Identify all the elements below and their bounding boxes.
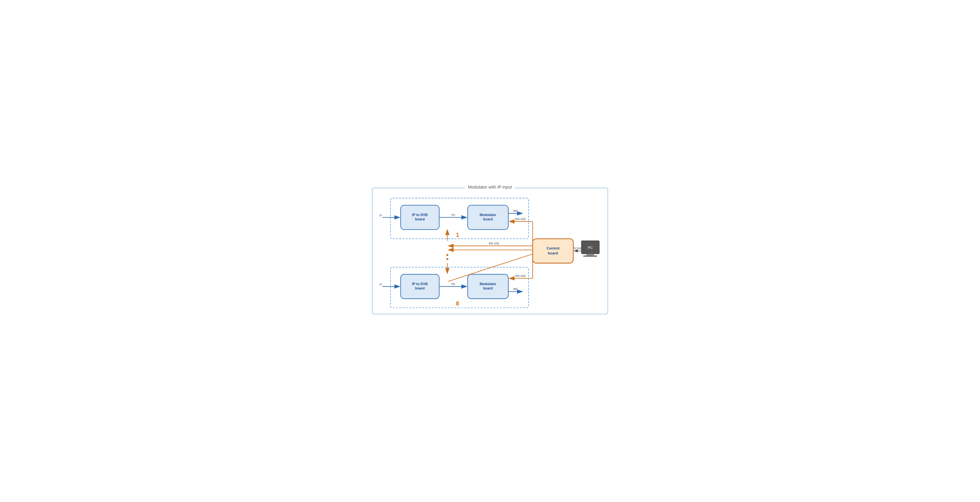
tcp-ip-label: TCP/IP	[574, 247, 583, 250]
dot2	[446, 258, 448, 260]
svg-text:board: board	[548, 251, 558, 255]
rs232-label-mid: RS-232	[489, 242, 499, 245]
svg-text:Modulator: Modulator	[480, 213, 496, 217]
rs232-label-bottom: RS-232	[515, 274, 526, 278]
diagram-wrapper: Modulator with IP input 1 8 IP to DVB bo…	[372, 188, 608, 314]
outer-box: Modulator with IP input 1 8 IP to DVB bo…	[372, 188, 608, 314]
row1-number: 1	[456, 232, 459, 238]
ts-label-bottom: TS	[451, 282, 455, 286]
pc-label: PC	[588, 245, 593, 250]
svg-text:board: board	[483, 287, 493, 290]
svg-text:Control: Control	[546, 246, 560, 250]
ip-label-top: IP	[379, 214, 382, 217]
svg-text:IP to DVB: IP to DVB	[412, 282, 428, 286]
svg-text:IP to DVB: IP to DVB	[412, 213, 428, 217]
svg-text:board: board	[483, 217, 493, 222]
row2-number: 8	[456, 300, 459, 307]
dot1	[446, 254, 448, 256]
ts-label-top: TS	[451, 213, 455, 217]
svg-text:board: board	[415, 287, 425, 290]
diagram-svg: 1 8 IP to DVB board Modulator board IP t…	[378, 194, 602, 308]
pc-stand	[586, 254, 594, 255]
svg-text:Modulator: Modulator	[480, 282, 496, 286]
pc-base	[583, 255, 597, 257]
rf-label-top: RF	[514, 209, 517, 212]
rf-label-bottom: RF	[514, 287, 517, 291]
ip-label-bottom: IP	[379, 283, 382, 286]
diagram-title: Modulator with IP input	[465, 185, 515, 190]
svg-text:board: board	[415, 217, 425, 222]
rs232-label-top: RS-232	[515, 217, 526, 221]
